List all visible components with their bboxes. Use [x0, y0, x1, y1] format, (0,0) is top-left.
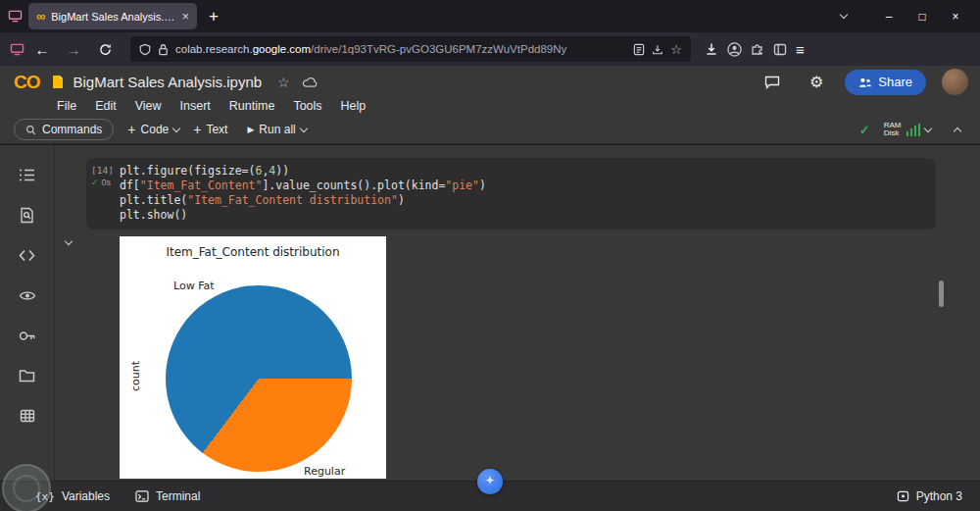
notebook-toolbar: Commands + Code + Text ▶ Run all ✓ RAM D… [0, 116, 980, 144]
notebook-area: [14] ✓ 0s plt.figure(figsize=(6,4))df["I… [56, 145, 980, 481]
menu-file[interactable]: File [57, 99, 76, 113]
menu-insert[interactable]: Insert [180, 99, 211, 113]
add-code-chevron-icon[interactable] [172, 124, 180, 131]
menu-runtime[interactable]: Runtime [229, 99, 275, 113]
variables-label: Variables [62, 489, 110, 503]
execution-time: 0s [102, 178, 112, 187]
add-text-label: Text [206, 123, 227, 136]
colab-header: CO BigMart Sales Analysis.ipynb ☆ ⚙ [0, 66, 980, 116]
disk-label: Disk [884, 129, 902, 138]
cell-gutter: [14] ✓ 0s [91, 165, 121, 187]
sidebar-secrets[interactable] [12, 324, 43, 347]
pie-label-low-fat: Low Fat [173, 280, 215, 292]
terminal-label: Terminal [156, 489, 200, 503]
connected-check-icon: ✓ [859, 123, 870, 137]
run-all-button[interactable]: ▶ Run all [247, 123, 306, 136]
browser-tab-strip: ∞ BigMart Sales Analysis.ipynb × + – □ × [0, 0, 980, 32]
menu-edit[interactable]: Edit [95, 99, 117, 113]
play-icon: ▶ [247, 125, 254, 134]
star-notebook-icon[interactable]: ☆ [277, 75, 290, 90]
pie-label-regular: Regular [304, 465, 345, 478]
screen-share-icon [8, 10, 23, 23]
add-code-label: Code [141, 123, 170, 136]
commands-label: Commands [42, 123, 102, 136]
nav-right-icons: ≡ [705, 41, 805, 58]
menu-help[interactable]: Help [341, 99, 367, 113]
cell-output: Item_Fat_Content distribution count Low … [120, 236, 386, 479]
colab-favicon: ∞ [36, 10, 45, 23]
tab-list-chevron-icon[interactable] [840, 11, 848, 19]
chart-title: Item_Fat_Content distribution [120, 245, 386, 259]
url-text: colab.research.google.com/drive/1q93TvRG… [175, 43, 626, 55]
shield-icon[interactable] [139, 43, 151, 56]
cloud-save-icon [302, 76, 318, 88]
scrollbar-thumb[interactable] [939, 281, 944, 307]
save-page-icon[interactable] [652, 43, 663, 56]
terminal-button[interactable]: Terminal [135, 489, 200, 503]
downloads-icon[interactable] [705, 42, 718, 56]
usage-bars-icon [906, 124, 921, 136]
gemini-spark-button[interactable] [477, 469, 503, 494]
sidebar-find-replace[interactable] [12, 203, 43, 227]
sidebar-code-snippets[interactable] [12, 243, 43, 267]
forward-button[interactable]: → [60, 36, 87, 62]
menu-tools[interactable]: Tools [293, 99, 321, 113]
tab-close-icon[interactable]: × [181, 9, 189, 24]
pie-chart [166, 285, 352, 472]
window-close-button[interactable]: × [939, 3, 972, 29]
back-button[interactable]: ← [28, 36, 56, 62]
run-all-chevron-icon[interactable] [299, 124, 307, 131]
code-editor[interactable]: plt.figure(figsize=(6,4))df["Item_Fat_Co… [120, 158, 936, 223]
bookmark-star-icon[interactable]: ☆ [670, 42, 682, 57]
colab-logo[interactable]: CO [14, 72, 40, 93]
browser-nav-bar: ← → colab.research.google.com/drive/1q93… [0, 32, 980, 66]
window-maximize-button[interactable]: □ [906, 3, 939, 29]
python-kernel-icon [897, 490, 909, 502]
share-button-label: Share [878, 75, 912, 89]
sidebar-files[interactable] [12, 364, 43, 387]
commands-button[interactable]: Commands [14, 119, 114, 140]
kernel-status[interactable]: Python 3 [897, 489, 962, 503]
resources-chevron-icon[interactable] [924, 124, 932, 131]
new-tab-button[interactable]: + [209, 7, 219, 26]
add-code-button[interactable]: + Code [127, 122, 179, 137]
tab-title: BigMart Sales Analysis.ipynb [51, 11, 175, 23]
share-button[interactable]: Share [845, 70, 926, 95]
user-avatar[interactable] [942, 69, 968, 95]
variables-icon: {x} [35, 490, 55, 503]
browser-tab[interactable]: ∞ BigMart Sales Analysis.ipynb × [28, 3, 197, 29]
run-all-label: Run all [259, 123, 295, 136]
window-minimize-button[interactable]: – [872, 3, 906, 29]
menu-icon[interactable]: ≡ [796, 41, 805, 58]
sidebar-table-of-contents[interactable] [12, 163, 43, 186]
reader-view-icon[interactable] [633, 43, 645, 56]
chart-ylabel: count [129, 361, 142, 391]
add-text-button[interactable]: + Text [193, 122, 227, 137]
extensions-icon[interactable] [751, 42, 764, 56]
cell-success-check-icon: ✓ [91, 178, 99, 187]
collapse-header-icon[interactable] [954, 127, 961, 134]
menu-view[interactable]: View [135, 99, 162, 113]
status-bar: {x} Variables Terminal Python 3 [0, 481, 980, 511]
resource-meter[interactable]: RAM Disk [884, 122, 931, 138]
window-controls: – □ × [872, 3, 972, 29]
code-cell[interactable]: [14] ✓ 0s plt.figure(figsize=(6,4))df["I… [86, 158, 936, 230]
menu-bar: File Edit View Insert Runtime Tools Help [0, 96, 980, 116]
comments-icon[interactable] [764, 75, 780, 89]
sidebar-data-table[interactable] [12, 404, 43, 428]
lock-icon[interactable] [158, 43, 169, 56]
sidebar-variable-inspector[interactable] [12, 283, 43, 307]
execution-count: [14] [91, 165, 121, 176]
output-toggle-chevron-icon[interactable] [65, 237, 73, 245]
address-bar[interactable]: colab.research.google.com/drive/1q93TvRG… [130, 36, 691, 62]
sidebar-toggle-icon[interactable] [773, 43, 787, 56]
kernel-label: Python 3 [916, 489, 962, 503]
account-icon[interactable] [727, 42, 742, 57]
drive-file-icon [52, 75, 64, 89]
screen-share-icon [10, 43, 24, 56]
variables-button[interactable]: {x} Variables [35, 489, 110, 503]
notebook-title[interactable]: BigMart Sales Analysis.ipynb [74, 74, 263, 90]
settings-gear-icon[interactable]: ⚙ [809, 73, 823, 91]
notebook-content: [14] ✓ 0s plt.figure(figsize=(6,4))df["I… [0, 145, 980, 481]
refresh-button[interactable] [91, 36, 119, 62]
